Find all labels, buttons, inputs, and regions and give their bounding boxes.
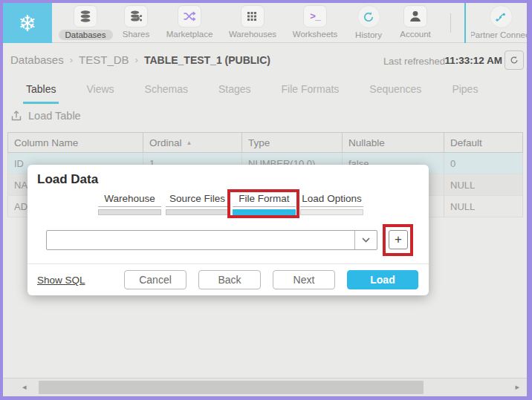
- nav-teal-separator: [464, 3, 466, 43]
- last-refreshed-label: Last refreshed: [383, 56, 445, 67]
- header-type[interactable]: Type: [242, 133, 343, 152]
- load-data-modal: Load Data Warehouse Source Files File Fo…: [27, 165, 429, 295]
- nav-databases-label: Databases: [59, 30, 113, 40]
- tab-tables[interactable]: Tables: [23, 76, 59, 104]
- load-table-upload-icon: [10, 110, 22, 122]
- step-source-files[interactable]: Source Files: [166, 193, 229, 215]
- load-table-label: Load Table: [28, 110, 81, 122]
- last-refreshed-time: 11:33:12 AM: [444, 55, 502, 66]
- breadcrumb-row: Databases › TEST_DB › TABLE_TEST_1 (PUBL…: [3, 44, 527, 76]
- step-source-files-bar: [166, 209, 229, 215]
- tab-sequences[interactable]: Sequences: [366, 76, 424, 104]
- sort-asc-icon: ▲: [186, 137, 192, 146]
- add-file-format-button[interactable]: +: [389, 230, 408, 249]
- scrollbar-thumb[interactable]: [39, 381, 424, 394]
- header-column-name[interactable]: Column Name: [8, 133, 143, 152]
- nav-history[interactable]: History: [346, 5, 391, 42]
- step-load-options[interactable]: Load Options: [300, 193, 363, 215]
- tab-file-formats[interactable]: File Formats: [279, 76, 343, 104]
- nav-account-label: Account: [400, 30, 431, 39]
- breadcrumb-databases[interactable]: Databases: [10, 53, 64, 66]
- cancel-button[interactable]: Cancel: [124, 270, 186, 289]
- modal-title: Load Data: [37, 172, 98, 187]
- nav-marketplace[interactable]: Marketplace: [160, 5, 219, 42]
- horizontal-scrollbar: ◂ ▸: [3, 378, 527, 396]
- file-format-select[interactable]: [46, 230, 377, 250]
- tab-schemas[interactable]: Schemas: [142, 76, 191, 104]
- refresh-icon: [509, 55, 519, 65]
- nav-partner-connect[interactable]: Partner Connect: [471, 5, 527, 42]
- cell-default: 0: [444, 153, 522, 174]
- nav-account[interactable]: Account: [392, 5, 439, 42]
- step-warehouse-bar: [98, 209, 161, 215]
- warehouses-icon: [241, 5, 265, 27]
- show-sql-link[interactable]: Show SQL: [37, 275, 85, 286]
- history-icon: [357, 5, 380, 28]
- scroll-right-arrow[interactable]: ▸: [515, 382, 519, 392]
- nav-shares[interactable]: Shares: [114, 5, 158, 42]
- snowflake-icon: ❄: [18, 10, 36, 36]
- snowflake-logo[interactable]: ❄: [3, 3, 52, 43]
- nav-shares-label: Shares: [123, 30, 149, 39]
- next-button[interactable]: Next: [273, 270, 335, 289]
- chevron-down-icon: [354, 231, 377, 249]
- app-window: ❄ Databases Shares: [3, 3, 527, 396]
- step-file-format-bar: [233, 209, 296, 215]
- breadcrumb-separator: ›: [70, 54, 73, 65]
- breadcrumb: Databases › TEST_DB › TABLE_TEST_1 (PUBL…: [10, 53, 270, 66]
- load-button[interactable]: Load: [347, 270, 418, 289]
- tab-stages[interactable]: Stages: [215, 76, 254, 104]
- nav-marketplace-label: Marketplace: [166, 30, 213, 39]
- breadcrumb-current-table: TABLE_TEST_1 (PUBLIC): [144, 54, 270, 66]
- plus-icon: +: [395, 232, 402, 247]
- step-file-format[interactable]: File Format: [233, 193, 296, 215]
- nav-databases[interactable]: Databases: [59, 5, 111, 42]
- header-nullable[interactable]: Nullable: [343, 133, 444, 152]
- databases-icon: [74, 5, 97, 27]
- account-person-icon: [403, 5, 427, 27]
- scroll-left-arrow[interactable]: ◂: [22, 382, 27, 392]
- table-header-row: Column Name Ordinal ▲ Type Nullable Defa…: [7, 132, 523, 153]
- header-default[interactable]: Default: [444, 133, 522, 152]
- nav-history-label: History: [355, 30, 382, 39]
- step-load-options-bar: [300, 209, 363, 215]
- table-toolbar: Load Table: [3, 105, 527, 132]
- step-warehouse[interactable]: Warehouse: [98, 193, 161, 215]
- nav-partner-connect-label: Partner Connect: [471, 30, 527, 39]
- nav-warehouses[interactable]: Warehouses: [223, 5, 282, 42]
- worksheets-terminal-icon: >_: [303, 5, 327, 27]
- tab-views[interactable]: Views: [83, 76, 117, 104]
- top-navigation: ❄ Databases Shares: [3, 3, 527, 43]
- back-button[interactable]: Back: [198, 270, 261, 289]
- refresh-button[interactable]: [505, 50, 524, 70]
- nav-worksheets[interactable]: >_ Worksheets: [284, 5, 346, 42]
- nav-worksheets-label: Worksheets: [293, 30, 338, 39]
- marketplace-shuffle-icon: [178, 5, 201, 27]
- header-ordinal[interactable]: Ordinal ▲: [143, 133, 242, 152]
- cell-default: NULL: [444, 174, 522, 195]
- load-table-button[interactable]: Load Table: [10, 110, 81, 122]
- cell-default: NULL: [444, 196, 522, 217]
- modal-footer-divider: [27, 263, 429, 264]
- nav-divider: [450, 13, 451, 33]
- breadcrumb-separator: ›: [135, 54, 138, 65]
- breadcrumb-test-db[interactable]: TEST_DB: [79, 53, 129, 66]
- nav-warehouses-label: Warehouses: [229, 30, 276, 39]
- shares-icon: [124, 5, 148, 27]
- partner-connect-icon: [490, 5, 513, 28]
- section-tabs: Tables Views Schemas Stages File Formats…: [3, 76, 527, 104]
- tab-pipes[interactable]: Pipes: [449, 76, 481, 104]
